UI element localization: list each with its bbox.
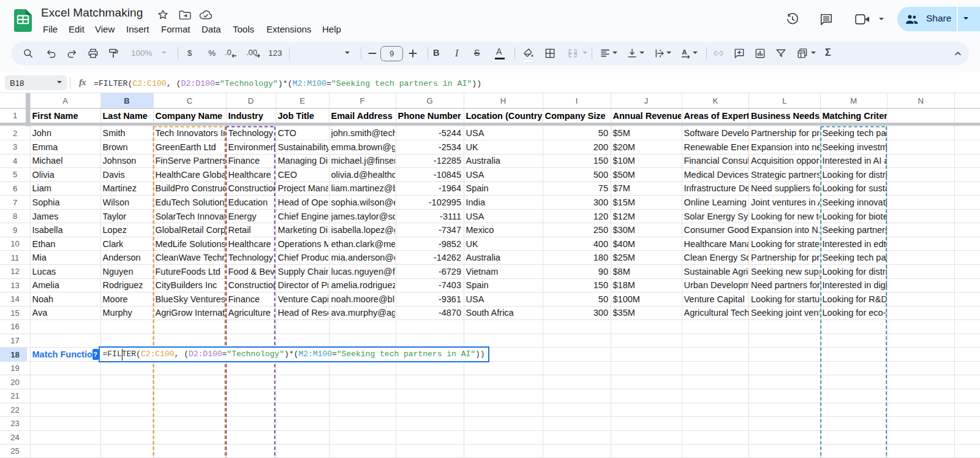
svg-text:A: A (682, 48, 687, 56)
